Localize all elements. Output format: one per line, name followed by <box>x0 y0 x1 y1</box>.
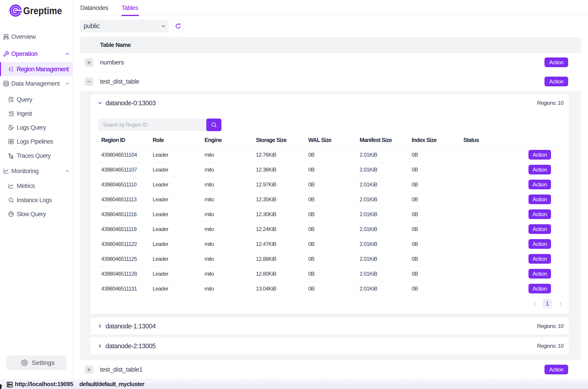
svg-text:Greptime: Greptime <box>23 5 62 16</box>
